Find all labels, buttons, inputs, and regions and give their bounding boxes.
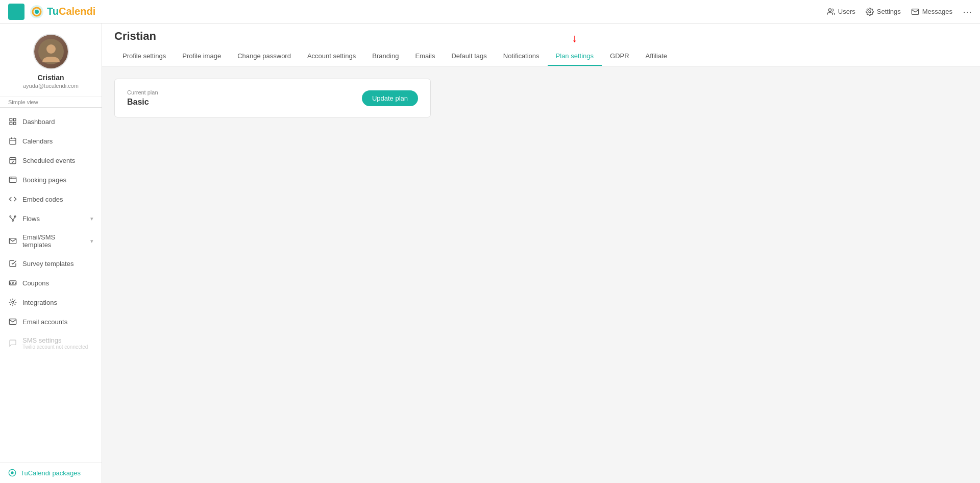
sidebar-item-sms-settings: SMS settings Twilio account not connecte… [0, 331, 102, 355]
logo-text: TuCalendi [47, 6, 95, 17]
sidebar-item-coupons[interactable]: Coupons [0, 273, 102, 293]
check-calendar-icon [8, 156, 17, 165]
topbar: TuCalendi Users Settings [0, 0, 980, 23]
tab-profile-image[interactable]: Profile image [174, 47, 229, 66]
sidebar-item-integrations[interactable]: Integrations [0, 293, 102, 312]
sidebar-item-label: Integrations [22, 299, 93, 306]
settings-icon [866, 8, 874, 16]
logo-icon [30, 5, 44, 19]
simple-view-bar[interactable]: Simple view [0, 97, 102, 108]
topbar-left: TuCalendi [8, 4, 95, 20]
main-body: Current plan Basic Update plan [102, 66, 980, 483]
sidebar-item-label: Scheduled events [22, 157, 93, 164]
svg-point-6 [46, 44, 56, 54]
chevron-down-icon: ▾ [90, 215, 93, 222]
sidebar-item-survey-templates[interactable]: Survey templates [0, 254, 102, 273]
app-layout: Cristian ayuda@tucalendi.com Simple view… [0, 23, 980, 483]
messages-nav-item[interactable]: Messages [911, 8, 952, 16]
sidebar-item-booking-pages[interactable]: Booking pages [0, 170, 102, 189]
tab-change-password[interactable]: Change password [229, 47, 299, 66]
grid-icon [8, 117, 17, 126]
sidebar-bottom: TuCalendi packages [0, 462, 102, 483]
svg-rect-10 [10, 122, 12, 125]
email-template-icon [8, 236, 17, 246]
sms-settings-info: SMS settings Twilio account not connecte… [22, 336, 88, 350]
sidebar-item-label: Email accounts [22, 318, 93, 326]
flows-icon [8, 214, 17, 223]
tab-notifications[interactable]: Notifications [495, 47, 548, 66]
sidebar-item-dashboard[interactable]: Dashboard [0, 112, 102, 131]
svg-rect-15 [10, 158, 16, 164]
tab-emails[interactable]: Emails [407, 47, 443, 66]
settings-nav-item[interactable]: Settings [866, 8, 901, 16]
tab-profile-settings[interactable]: Profile settings [114, 47, 174, 66]
packages-link[interactable]: TuCalendi packages [8, 469, 93, 477]
svg-rect-8 [13, 118, 16, 121]
svg-point-24 [12, 220, 14, 222]
browser-icon [8, 175, 17, 184]
plan-name: Basic [127, 98, 158, 107]
sms-icon [8, 339, 17, 348]
svg-point-3 [828, 9, 831, 11]
profile-email: ayuda@tucalendi.com [23, 83, 79, 89]
topbar-right: Users Settings Messages ⋯ [827, 6, 972, 17]
svg-point-2 [35, 10, 39, 14]
sidebar-item-email-sms-templates[interactable]: Email/SMS templates ▾ [0, 228, 102, 254]
menu-button[interactable] [8, 4, 24, 20]
avatar-image [34, 35, 68, 68]
survey-icon [8, 259, 17, 268]
sidebar-nav: Dashboard Calendars [0, 108, 102, 462]
sidebar-item-label: Dashboard [22, 118, 93, 126]
current-plan-label: Current plan [127, 89, 158, 95]
main-header-top: Cristian [114, 23, 968, 47]
sms-settings-sub: Twilio account not connected [22, 344, 88, 350]
logo[interactable]: TuCalendi [30, 5, 95, 19]
update-plan-button[interactable]: Update plan [362, 90, 418, 106]
plan-info: Current plan Basic [127, 89, 158, 107]
users-icon [827, 8, 835, 16]
tab-branding[interactable]: Branding [364, 47, 407, 66]
code-icon [8, 195, 17, 204]
main-area: Cristian ↓ Plan settings Profile setting… [102, 23, 980, 483]
plan-card: Current plan Basic Update plan [114, 79, 431, 117]
more-options-icon[interactable]: ⋯ [963, 6, 972, 17]
tabs: ↓ Plan settings Profile settings Profile… [114, 47, 968, 66]
sidebar-item-calendars[interactable]: Calendars [0, 131, 102, 151]
sidebar-item-label: Flows [22, 215, 85, 223]
sidebar-item-label: Survey templates [22, 260, 93, 268]
svg-rect-7 [10, 118, 12, 121]
svg-point-22 [10, 216, 11, 218]
sidebar-item-label: Calendars [22, 137, 93, 145]
main-header: Cristian ↓ Plan settings Profile setting… [102, 23, 980, 66]
avatar [33, 34, 69, 69]
tab-gdpr[interactable]: GDPR [602, 47, 638, 66]
sms-settings-label: SMS settings [22, 336, 88, 344]
calendar-icon [8, 136, 17, 146]
svg-point-23 [14, 216, 16, 218]
sidebar-profile: Cristian ayuda@tucalendi.com [0, 23, 102, 97]
sidebar-item-flows[interactable]: Flows ▾ [0, 209, 102, 228]
profile-name: Cristian [37, 74, 64, 82]
sidebar-item-label: Booking pages [22, 176, 93, 184]
sidebar-item-email-accounts[interactable]: Email accounts [0, 312, 102, 331]
svg-rect-11 [10, 138, 16, 144]
svg-point-4 [869, 11, 871, 13]
tab-affiliate[interactable]: Affiliate [638, 47, 675, 66]
integrations-icon [8, 298, 17, 307]
svg-point-36 [11, 471, 13, 474]
tab-plan-settings[interactable]: ↓ Plan settings [548, 47, 602, 66]
svg-rect-9 [13, 122, 16, 125]
sidebar-item-embed-codes[interactable]: Embed codes [0, 189, 102, 209]
tab-default-tags[interactable]: Default tags [443, 47, 495, 66]
email-icon [8, 317, 17, 326]
tab-account-settings[interactable]: Account settings [299, 47, 364, 66]
sidebar-item-scheduled-events[interactable]: Scheduled events [0, 151, 102, 170]
coupon-icon [8, 278, 17, 287]
page-title: Cristian [114, 30, 156, 43]
circle-icon [8, 469, 16, 477]
avatar-svg [38, 39, 64, 64]
sidebar-item-label: Email/SMS templates [22, 233, 85, 249]
users-nav-item[interactable]: Users [827, 8, 855, 16]
chevron-down-icon: ▾ [90, 238, 93, 245]
svg-rect-27 [9, 281, 16, 285]
